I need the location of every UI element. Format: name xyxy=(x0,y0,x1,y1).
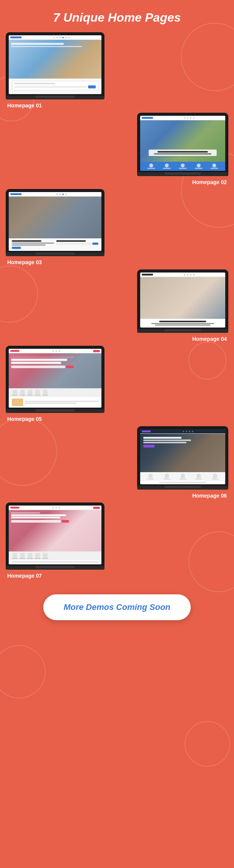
homepage-06-label: Homepage 06 xyxy=(137,493,228,499)
cta-section: More Demos Coming Soon xyxy=(0,583,234,635)
laptop-04[interactable]: Homepage 04 xyxy=(137,269,228,342)
laptop-07[interactable]: Homepage 07 xyxy=(6,503,104,579)
homepage-02-label: Homepage 02 xyxy=(137,179,228,185)
page-title: 7 Unique Home Pages xyxy=(0,0,234,32)
laptop-03[interactable]: Homepage 03 xyxy=(6,189,104,265)
homepage-05-label: Homepage 05 xyxy=(6,416,104,422)
homepage-06-section: Homepage 06 xyxy=(0,426,234,499)
laptop-05[interactable]: Homepage 05 xyxy=(6,346,104,422)
homepage-01-section: Homepage 01 xyxy=(0,32,234,109)
laptop-01[interactable]: Homepage 01 xyxy=(6,32,104,109)
laptop-06[interactable]: Homepage 06 xyxy=(137,426,228,499)
homepage-07-section: Homepage 07 xyxy=(0,503,234,579)
homepage-07-label: Homepage 07 xyxy=(6,573,104,579)
homepage-04-label: Homepage 04 xyxy=(137,336,228,342)
homepage-04-section: Homepage 04 xyxy=(0,269,234,342)
homepage-05-section: Homepage 05 xyxy=(0,346,234,422)
homepage-03-section: Homepage 03 xyxy=(0,189,234,266)
homepage-02-section: Homepage 02 xyxy=(0,113,234,185)
homepage-01-label: Homepage 01 xyxy=(6,102,104,109)
homepage-03-label: Homepage 03 xyxy=(6,259,104,265)
more-demos-button[interactable]: More Demos Coming Soon xyxy=(43,594,190,620)
laptop-02[interactable]: Homepage 02 xyxy=(137,113,228,185)
